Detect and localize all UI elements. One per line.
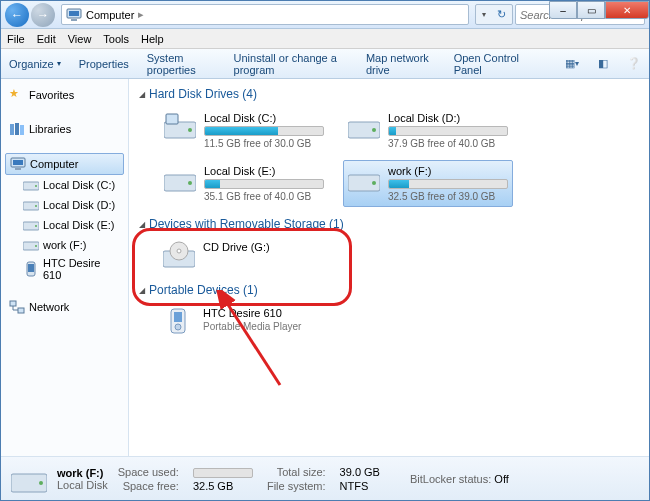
- help-button[interactable]: ❔: [627, 56, 641, 72]
- menu-tools[interactable]: Tools: [103, 33, 129, 45]
- svg-rect-8: [15, 168, 21, 170]
- menu-file[interactable]: File: [7, 33, 25, 45]
- star-icon: ★: [9, 87, 25, 103]
- drive-item[interactable]: Local Disk (E:)35.1 GB free of 40.0 GB: [159, 160, 329, 207]
- drive-icon: [23, 177, 39, 193]
- refresh-icon[interactable]: ↻: [497, 8, 506, 21]
- sidebar: ★ Favorites Libraries Computer Local Dis…: [1, 79, 129, 456]
- menu-edit[interactable]: Edit: [37, 33, 56, 45]
- svg-rect-3: [10, 124, 14, 135]
- media-player-icon: [163, 307, 195, 335]
- drive-free-text: 32.5 GB free of 39.0 GB: [388, 191, 508, 202]
- svg-point-37: [39, 481, 43, 485]
- drive-icon: [23, 237, 39, 253]
- breadcrumb[interactable]: Computer ▸: [61, 4, 469, 25]
- computer-icon: [66, 8, 82, 22]
- svg-rect-23: [166, 114, 178, 124]
- uninstall-button[interactable]: Uninstall or change a program: [234, 52, 348, 76]
- section-removable[interactable]: ◢Devices with Removable Storage (1): [139, 217, 639, 231]
- portable-device-subtitle: Portable Media Player: [203, 321, 301, 332]
- sidebar-libraries[interactable]: Libraries: [5, 119, 124, 139]
- sidebar-item-local-e[interactable]: Local Disk (E:): [5, 215, 124, 235]
- control-panel-button[interactable]: Open Control Panel: [454, 52, 529, 76]
- svg-rect-4: [15, 123, 19, 135]
- cd-drive-item[interactable]: CD Drive (G:): [159, 237, 359, 273]
- preview-pane-button[interactable]: ◧: [597, 56, 609, 72]
- cd-icon: [163, 241, 195, 269]
- drive-icon: [164, 165, 196, 193]
- minimize-button[interactable]: –: [549, 1, 577, 19]
- drive-item[interactable]: Local Disk (D:)37.9 GB free of 40.0 GB: [343, 107, 513, 154]
- usage-bar: [204, 126, 324, 136]
- portable-device-item[interactable]: HTC Desire 610 Portable Media Player: [159, 303, 359, 339]
- drive-label: Local Disk (D:): [388, 112, 508, 124]
- nav-back-button[interactable]: ←: [5, 3, 29, 27]
- status-free-value: 32.5 GB: [193, 480, 253, 492]
- status-bitlocker-label: BitLocker status:: [410, 473, 491, 485]
- drive-free-text: 35.1 GB free of 40.0 GB: [204, 191, 324, 202]
- sidebar-item-work-f[interactable]: work (F:): [5, 235, 124, 255]
- drive-item[interactable]: Local Disk (C:)11.5 GB free of 30.0 GB: [159, 107, 329, 154]
- section-portable[interactable]: ◢Portable Devices (1): [139, 283, 639, 297]
- collapse-icon: ◢: [139, 90, 145, 99]
- sidebar-item-local-c[interactable]: Local Disk (C:): [5, 175, 124, 195]
- breadcrumb-label: Computer: [86, 9, 134, 21]
- svg-rect-34: [174, 312, 182, 322]
- sidebar-favorites[interactable]: ★ Favorites: [5, 85, 124, 105]
- status-used-bar: [193, 468, 253, 478]
- svg-point-25: [372, 128, 376, 132]
- sidebar-computer[interactable]: Computer: [5, 153, 124, 175]
- svg-point-14: [35, 225, 37, 227]
- libraries-icon: [9, 121, 25, 137]
- svg-rect-19: [10, 301, 16, 306]
- status-drive-name: work (F:): [57, 467, 103, 479]
- menu-view[interactable]: View: [68, 33, 92, 45]
- properties-button[interactable]: Properties: [79, 58, 129, 70]
- usage-bar: [388, 179, 508, 189]
- usage-bar: [204, 179, 324, 189]
- status-bitlocker-value: Off: [494, 473, 508, 485]
- status-fs-value: NTFS: [340, 480, 380, 492]
- nav-forward-button[interactable]: →: [31, 3, 55, 27]
- drive-icon: [23, 217, 39, 233]
- svg-point-27: [188, 181, 192, 185]
- svg-point-16: [35, 245, 37, 247]
- usage-bar: [388, 126, 508, 136]
- svg-point-29: [372, 181, 376, 185]
- drive-icon: [164, 112, 196, 140]
- svg-rect-20: [18, 308, 24, 313]
- svg-point-35: [175, 324, 181, 330]
- status-used-label: Space used:: [118, 466, 179, 478]
- close-button[interactable]: ✕: [605, 1, 649, 19]
- svg-point-10: [35, 185, 37, 187]
- chevron-right-icon: ▸: [138, 8, 144, 21]
- map-drive-button[interactable]: Map network drive: [366, 52, 436, 76]
- status-drive-type: Local Disk: [57, 479, 108, 491]
- sidebar-item-local-d[interactable]: Local Disk (D:): [5, 195, 124, 215]
- organize-button[interactable]: Organize ▾: [9, 58, 61, 70]
- svg-point-22: [188, 128, 192, 132]
- sidebar-network[interactable]: Network: [5, 297, 124, 317]
- network-icon: [9, 299, 25, 315]
- drive-label: Local Disk (E:): [204, 165, 324, 177]
- status-total-value: 39.0 GB: [340, 466, 380, 478]
- chevron-down-icon: ▾: [57, 59, 61, 68]
- phone-icon: [23, 261, 39, 277]
- drive-item[interactable]: work (F:)32.5 GB free of 39.0 GB: [343, 160, 513, 207]
- svg-rect-1: [69, 11, 79, 16]
- statusbar: work (F:) Local Disk Space used: Total s…: [1, 456, 649, 500]
- status-free-label: Space free:: [118, 480, 179, 492]
- portable-device-label: HTC Desire 610: [203, 307, 301, 319]
- menu-help[interactable]: Help: [141, 33, 164, 45]
- svg-point-32: [177, 249, 181, 253]
- section-hdd[interactable]: ◢Hard Disk Drives (4): [139, 87, 639, 101]
- status-fs-label: File system:: [267, 480, 326, 492]
- breadcrumb-dropdown[interactable]: ▾ ↻: [475, 4, 513, 25]
- sidebar-item-htc[interactable]: HTC Desire 610: [5, 255, 124, 283]
- drive-icon: [23, 197, 39, 213]
- svg-rect-18: [28, 264, 34, 272]
- svg-rect-5: [20, 125, 24, 135]
- maximize-button[interactable]: ▭: [577, 1, 605, 19]
- system-properties-button[interactable]: System properties: [147, 52, 216, 76]
- view-options-button[interactable]: ▦ ▾: [565, 56, 579, 72]
